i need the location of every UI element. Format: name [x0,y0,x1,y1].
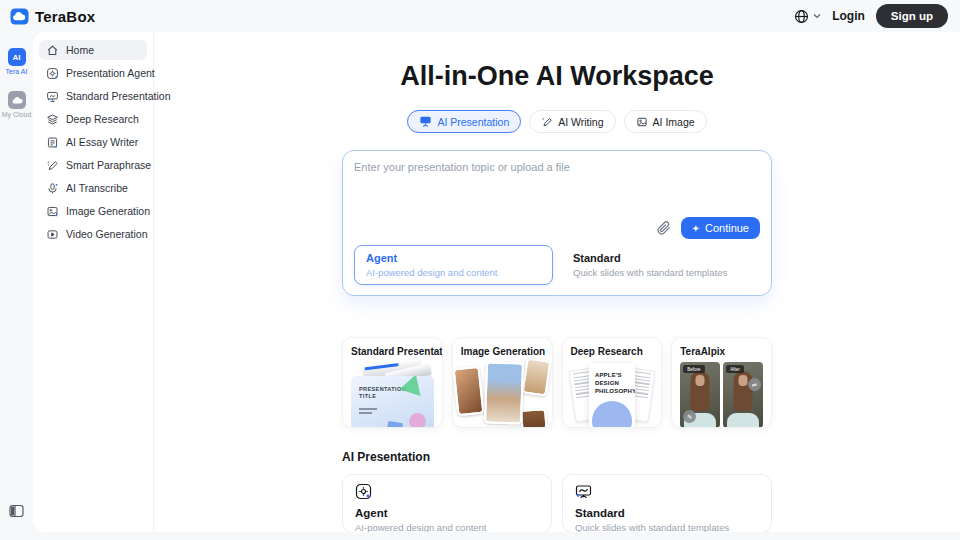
tab-ai-presentation[interactable]: AI Presentation [407,110,521,133]
photo-collage-art [461,362,544,428]
mode-title: Agent [366,252,541,264]
brand-name: TeraBox [35,8,95,25]
card-title: Agent [355,507,539,519]
sidebar-item-label: Smart Paraphrase [66,159,151,171]
main-area: All-in-One AI Workspace AI Presentation … [154,32,960,532]
sidebar-item-video-generation[interactable]: Video Generation [39,224,147,244]
presentation-preview-art: PRESENTATION TITLE [351,362,434,428]
slide-title-text: PRESENTATION TITLE [359,386,399,401]
before-badge: Before [683,365,704,373]
presentation-agent-icon [46,67,59,80]
essay-writer-icon [46,136,59,149]
tab-ai-writing[interactable]: AI Writing [529,110,615,133]
sparkle-icon: ✦ [692,223,700,234]
tab-ai-image[interactable]: AI Image [624,110,707,133]
pencil-icon [541,116,553,128]
sidebar-item-label: Deep Research [66,113,139,125]
page-title: All-in-One AI Workspace [342,61,772,92]
mode-subtitle: AI-powered design and content [366,267,541,278]
rail-item-my-cloud[interactable]: My Cloud [0,91,33,118]
signup-button[interactable]: Sign up [876,4,948,28]
card-subtitle: AI-powered design and content [355,522,539,532]
sidebar-item-label: AI Essay Writer [66,136,138,148]
top-header: TeraBox Login Sign up [0,0,960,32]
deep-research-icon [46,113,59,126]
home-icon [46,44,59,57]
feature-cards-row: Standard Presentation PRESENTATION TITLE [342,337,772,428]
feature-card-deep-research[interactable]: Deep Research APPLE'S DESIGN PHILOSOPHY [562,337,663,428]
tera-ai-icon: AI [8,48,26,66]
card-title: Standard [575,507,759,519]
left-rail: AI Tera AI My Cloud [0,32,33,540]
login-button[interactable]: Login [832,9,865,23]
card-agent[interactable]: Agent AI-powered design and content [342,474,552,532]
workspace-tabs: AI Presentation AI Writing AI Image [342,110,772,133]
sidebar-item-standard-presentation[interactable]: Standard Presentation [39,86,147,106]
chevron-down-icon [813,13,821,19]
agent-icon [355,483,539,504]
feature-card-image-generation[interactable]: Image Generation [452,337,553,428]
before-after-art: Before ✎ After ⇄ [680,362,763,428]
image-generation-icon [46,205,59,218]
standard-presentation-icon [46,90,59,103]
sidebar-item-label: AI Transcribe [66,182,128,194]
standard-icon [575,483,759,504]
tab-label: AI Writing [558,116,603,128]
presentation-icon [419,115,432,128]
doc-title-text: APPLE'S DESIGN PHILOSOPHY [589,363,623,395]
paraphrase-icon [46,159,59,172]
prompt-composer: ✦ Continue Agent AI-powered design and c… [342,150,772,296]
mode-card-agent[interactable]: Agent AI-powered design and content [354,245,553,285]
sidebar-item-label: Video Generation [66,228,148,240]
card-subtitle: Quick slides with standard templates [575,522,759,532]
card-standard[interactable]: Standard Quick slides with standard temp… [562,474,772,532]
sidebar-item-deep-research[interactable]: Deep Research [39,109,147,129]
sidebar-item-image-generation[interactable]: Image Generation [39,201,147,221]
research-papers-art: APPLE'S DESIGN PHILOSOPHY [571,362,654,428]
rail-label-my-cloud: My Cloud [2,111,32,118]
sidebar-item-home[interactable]: Home [39,40,147,60]
language-selector[interactable] [793,8,821,25]
continue-label: Continue [705,222,749,234]
rail-item-tera-ai[interactable]: AI Tera AI [0,48,33,75]
sidebar-item-ai-transcribe[interactable]: AI Transcribe [39,178,147,198]
feature-card-standard-presentation[interactable]: Standard Presentation PRESENTATION TITLE [342,337,443,428]
sidebar-nav: Home Presentation Agent Standard Present… [33,32,154,532]
topic-input[interactable] [354,161,760,213]
sidebar-item-label: Presentation Agent [66,67,155,79]
attach-file-icon[interactable] [657,221,671,235]
sidebar-collapse-icon[interactable] [9,504,24,522]
feature-card-title: Image Generation [461,346,544,357]
continue-button[interactable]: ✦ Continue [681,217,760,239]
swap-icon: ⇄ [748,378,761,391]
feature-card-title: TeraAIpix [680,346,763,357]
globe-icon [793,8,810,25]
video-generation-icon [46,228,59,241]
tab-label: AI Presentation [437,116,509,128]
terabox-logo[interactable]: TeraBox [10,8,95,25]
sidebar-item-presentation-agent[interactable]: Presentation Agent [39,63,147,83]
sidebar-item-label: Image Generation [66,205,150,217]
after-photo: After ⇄ [723,362,763,428]
sidebar-item-label: Home [66,44,94,56]
after-badge: After [726,365,744,373]
feature-card-teraaipix[interactable]: TeraAIpix Before ✎ After ⇄ [671,337,772,428]
feature-card-title: Standard Presentation [351,346,434,357]
transcribe-icon [46,182,59,195]
app-panel: Home Presentation Agent Standard Present… [33,32,960,532]
sidebar-item-ai-essay-writer[interactable]: AI Essay Writer [39,132,147,152]
section-heading-ai-presentation: AI Presentation [342,450,772,464]
feature-card-title: Deep Research [571,346,654,357]
before-photo: Before ✎ [680,362,720,428]
tab-label: AI Image [653,116,695,128]
sidebar-item-smart-paraphrase[interactable]: Smart Paraphrase [39,155,147,175]
mode-card-standard[interactable]: Standard Quick slides with standard temp… [561,245,760,285]
my-cloud-icon [8,91,26,109]
image-icon [636,116,648,128]
mode-title: Standard [573,252,748,264]
terabox-logo-icon [10,8,29,25]
mode-subtitle: Quick slides with standard templates [573,267,748,278]
presentation-mode-cards: Agent AI-powered design and content Stan… [342,474,772,532]
rail-label-tera-ai: Tera AI [6,68,28,75]
